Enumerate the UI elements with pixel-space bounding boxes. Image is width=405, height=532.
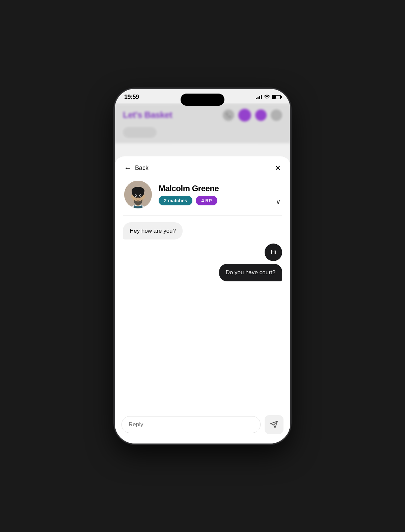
avatar (124, 181, 152, 208)
message-bubble-left: Hey how are you? (123, 222, 183, 240)
message-card: ← Back ✕ (115, 156, 290, 444)
svg-point-6 (131, 195, 133, 198)
status-icons (256, 95, 281, 99)
phone-frame: 19:59 (115, 89, 290, 444)
svg-point-5 (132, 187, 144, 198)
bg-message (123, 127, 157, 138)
back-label: Back (135, 164, 148, 172)
wifi-icon (264, 95, 270, 99)
message-row: Hey how are you? (123, 222, 282, 240)
phone-screen: 19:59 (115, 89, 290, 444)
badges-container: 2 matches 4 RP (159, 196, 281, 205)
svg-point-7 (143, 195, 145, 198)
message-bubble-hi: Hi (265, 244, 282, 261)
reply-bar (115, 410, 290, 444)
message-text: Hey how are you? (130, 228, 176, 234)
profile-info: Malcolm Greene 2 matches 4 RP (159, 184, 281, 205)
background-title: Let's Basket (123, 110, 172, 120)
close-button[interactable]: ✕ (275, 164, 281, 172)
message-bubble-court: Do you have court? (219, 264, 282, 281)
dynamic-island (181, 94, 224, 106)
message-text: Do you have court? (226, 269, 275, 276)
bg-phone-icon (223, 109, 234, 121)
send-button[interactable] (265, 415, 284, 434)
matches-badge: 2 matches (159, 196, 192, 205)
profile-name: Malcolm Greene (159, 184, 281, 193)
message-text: Hi (271, 249, 276, 256)
svg-point-11 (140, 195, 141, 196)
message-row-right: Hi Do you have court? (123, 244, 282, 281)
rp-badge: 4 RP (196, 196, 217, 205)
profile-section: Malcolm Greene 2 matches 4 RP ∨ (115, 178, 290, 215)
svg-point-10 (135, 195, 137, 196)
background-content: Let's Basket (115, 103, 290, 143)
send-icon (270, 421, 278, 429)
bg-avatar-1 (238, 109, 251, 122)
bg-more-icon (271, 109, 282, 121)
status-time: 19:59 (124, 94, 139, 101)
chevron-down-icon[interactable]: ∨ (276, 198, 281, 206)
signal-icon (256, 95, 262, 99)
bg-avatar-2 (255, 109, 267, 121)
background-icons (223, 109, 282, 122)
card-header: ← Back ✕ (115, 156, 290, 178)
back-arrow-icon: ← (124, 164, 132, 173)
reply-input[interactable] (122, 416, 261, 433)
battery-icon (272, 95, 281, 99)
back-button[interactable]: ← Back (124, 164, 148, 173)
chat-area: Hey how are you? Hi Do you have court? (115, 216, 290, 410)
